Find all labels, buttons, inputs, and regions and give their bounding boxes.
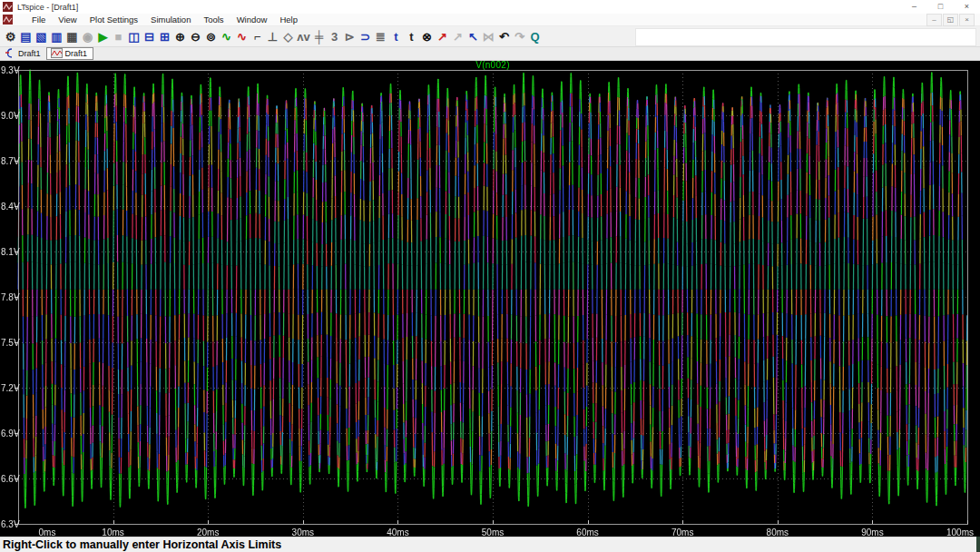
toolbar-zoom-in-icon[interactable]: ⊕ xyxy=(172,27,188,45)
toolbar-cascade-windows-icon[interactable]: ⊞ xyxy=(157,27,172,45)
toolbar-zoom-full-icon[interactable]: ⊚ xyxy=(203,27,219,45)
mdi-window-controls: – ◱ × xyxy=(926,14,975,26)
menu-item-plot-settings[interactable]: Plot Settings xyxy=(83,14,144,25)
menu-item-view[interactable]: View xyxy=(52,14,83,25)
tab-draft1-schematic[interactable]: Draft1 xyxy=(0,47,46,60)
toolbar: ⚙▤▧▥▦◉▶■◫⊟⊞⊕⊖⊚∿∿⌐⊥◇ʌv╪3⊳⊃≣tt⊗↗↗↖⋈↶↷Q xyxy=(0,26,980,47)
toolbar-mirror-icon[interactable]: ⋈ xyxy=(481,27,496,45)
toolbar-text-icon[interactable]: t xyxy=(388,27,404,45)
toolbar-copy-icon[interactable]: ↗ xyxy=(435,27,450,45)
toolbar-drag-icon[interactable]: ↖ xyxy=(466,27,481,45)
window-controls: – □ × xyxy=(901,0,980,14)
toolbar-find-icon[interactable]: ↗ xyxy=(450,27,466,45)
toolbar-ground-icon[interactable]: ⊥ xyxy=(265,27,280,45)
desktop-edge-artifact xyxy=(976,537,980,552)
toolbar-net-label-icon[interactable]: ◇ xyxy=(280,27,296,45)
toolbar-delete-icon[interactable]: ⊗ xyxy=(419,27,435,45)
toolbar-redo-icon[interactable]: ↷ xyxy=(512,27,527,45)
toolbar-icons: ⚙▤▧▥▦◉▶■◫⊟⊞⊕⊖⊚∿∿⌐⊥◇ʌv╪3⊳⊃≣tt⊗↗↗↖⋈↶↷Q xyxy=(3,27,543,45)
mdi-minimize-button[interactable]: – xyxy=(926,14,942,26)
toolbar-autorange-icon[interactable]: ∿ xyxy=(219,27,234,45)
minimize-button[interactable]: – xyxy=(901,0,927,14)
status-text: Right-Click to manually enter Horizontal… xyxy=(3,538,281,551)
toolbar-bus-tap-icon[interactable]: ≣ xyxy=(373,27,388,45)
menu-item-help[interactable]: Help xyxy=(273,14,304,25)
toolbar-undo-icon[interactable]: ↶ xyxy=(496,27,512,45)
trace-label[interactable]: V(n002) xyxy=(18,60,967,70)
menu-item-simulation[interactable]: Simulation xyxy=(144,14,197,25)
toolbar-component-icon[interactable]: ⊃ xyxy=(358,27,373,45)
toolbar-diode-icon[interactable]: ⊳ xyxy=(342,27,358,45)
toolbar-tile-horizontal-icon[interactable]: ⊟ xyxy=(142,27,157,45)
tab-draft1-waveform[interactable]: Draft1 xyxy=(46,47,94,60)
menu-bar: FileViewPlot SettingsSimulationToolsWind… xyxy=(0,14,980,26)
title-bar: LTspice - [Draft1] – □ × xyxy=(0,0,980,14)
maximize-button[interactable]: □ xyxy=(927,0,954,14)
waveform-plot-canvas[interactable] xyxy=(0,61,980,537)
toolbar-tile-vertical-icon[interactable]: ◫ xyxy=(126,27,142,45)
waveform-icon xyxy=(51,48,63,60)
toolbar-search-icon[interactable]: Q xyxy=(527,27,543,45)
menu-item-tools[interactable]: Tools xyxy=(197,14,230,25)
toolbar-zoom-out-icon[interactable]: ⊖ xyxy=(188,27,203,45)
menu-item-window[interactable]: Window xyxy=(230,14,274,25)
tab-label: Draft1 xyxy=(65,49,88,58)
toolbar-save-icon[interactable]: ▥ xyxy=(49,27,64,45)
toolbar-open-icon[interactable]: ▧ xyxy=(34,27,49,45)
toolbar-control-panel-icon[interactable]: ⚙ xyxy=(3,27,18,45)
toolbar-inductor-icon[interactable]: 3 xyxy=(327,27,342,45)
toolbar-spice-directive-icon[interactable]: t xyxy=(404,27,419,45)
menu-item-file[interactable]: File xyxy=(25,14,52,25)
window-title: LTspice - [Draft1] xyxy=(17,3,78,12)
toolbar-plot-settings-icon[interactable]: ∿ xyxy=(234,27,250,45)
toolbar-resistor-icon[interactable]: ʌv xyxy=(296,27,311,45)
toolbar-new-schematic-icon[interactable]: ▤ xyxy=(18,27,34,45)
status-bar: Right-Click to manually enter Horizontal… xyxy=(0,537,980,552)
toolbar-wire-icon[interactable]: ⌐ xyxy=(250,27,265,45)
document-logo-icon xyxy=(3,15,13,25)
toolbar-pause-icon[interactable]: ◉ xyxy=(80,27,95,45)
waveform-viewer: V(n002) xyxy=(0,61,980,537)
toolbar-halt-icon[interactable]: ■ xyxy=(111,27,126,45)
close-button[interactable]: × xyxy=(954,0,980,14)
tab-bar: Draft1 Draft1 xyxy=(0,47,980,61)
toolbar-empty-area xyxy=(635,28,976,46)
schematic-icon xyxy=(4,48,15,60)
mdi-restore-button[interactable]: ◱ xyxy=(943,14,958,26)
menu-items: FileViewPlot SettingsSimulationToolsWind… xyxy=(25,14,304,25)
toolbar-run-icon[interactable]: ▶ xyxy=(95,27,111,45)
toolbar-print-icon[interactable]: ▦ xyxy=(64,27,80,45)
mdi-close-button[interactable]: × xyxy=(959,14,975,26)
tab-label: Draft1 xyxy=(18,49,41,58)
ltspice-logo-icon xyxy=(3,2,13,12)
toolbar-capacitor-icon[interactable]: ╪ xyxy=(311,27,327,45)
